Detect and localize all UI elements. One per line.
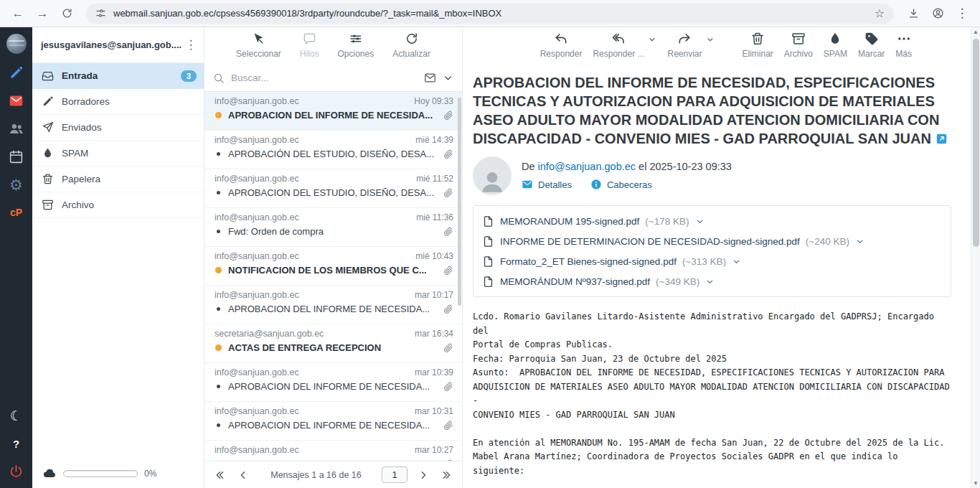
message-subject-row: NOTIFICACION DE LOS MIEMBROS QUE C... — [215, 265, 453, 276]
forward-button[interactable]: Reenviar — [667, 32, 702, 59]
browser-back-button[interactable]: ← — [7, 3, 29, 24]
open-in-new-window-icon[interactable] — [936, 133, 948, 145]
attachment-name-link[interactable]: Formato_2_ET Bienes-signed-signed.pdf — [500, 256, 677, 267]
scroll-up-icon[interactable]: ▲ — [971, 29, 980, 35]
read-status-toggle[interactable] — [215, 112, 222, 118]
attachment-item[interactable]: Formato_2_ET Bienes-signed-signed.pdf (~… — [482, 251, 942, 271]
read-status-toggle[interactable] — [215, 230, 222, 233]
contacts-button[interactable] — [9, 119, 24, 138]
logout-button[interactable] — [9, 462, 24, 481]
read-status-toggle[interactable] — [215, 307, 222, 311]
attachment-menu-chevron-icon[interactable] — [732, 257, 741, 266]
reply-all-button[interactable]: Responder ... — [593, 32, 644, 59]
message-date: mar 10:39 — [415, 367, 453, 377]
message-sender: info@sanjuan.gob.ec — [215, 445, 299, 455]
reply-button[interactable]: Responder — [540, 32, 583, 59]
attachment-name-link[interactable]: MEMORÁNDUM Nº937-signed.pdf — [500, 276, 650, 287]
message-list-item[interactable]: info@sanjuan.gob.ec mar 10:39 APROBACION… — [204, 363, 462, 402]
attachment-menu-chevron-icon[interactable] — [855, 237, 864, 246]
browser-reload-button[interactable] — [56, 3, 77, 24]
delete-button[interactable]: Eliminar — [743, 32, 773, 59]
more-button[interactable]: Más — [895, 32, 912, 59]
folder-spam[interactable]: SPAM — [32, 141, 204, 166]
message-list-item[interactable]: info@sanjuan.gob.ec mié 10:43 NOTIFICACI… — [204, 247, 462, 286]
browser-menu-button[interactable]: ⋮ — [951, 3, 973, 24]
attachment-paperclip-icon — [443, 149, 453, 159]
mail-task-button[interactable] — [9, 91, 24, 110]
reply-all-menu-button[interactable] — [648, 35, 656, 44]
mark-button[interactable]: Marcar — [858, 32, 885, 59]
message-list-item[interactable]: info@sanjuan.gob.ec mié 11:52 APROBACION… — [204, 169, 462, 208]
folder-entrada[interactable]: Entrada 3 — [32, 63, 204, 89]
compose-button[interactable] — [9, 63, 24, 82]
account-menu-button[interactable]: ⋮ — [182, 37, 199, 52]
options-button[interactable]: Opciones — [337, 32, 374, 65]
message-list-item[interactable]: info@sanjuan.gob.ec mié 14:39 APROBACIÓN… — [204, 131, 462, 169]
attachment-name-link[interactable]: MEMORANDUM 195-signed.pdf — [500, 216, 639, 227]
panel-scrollbar[interactable]: ▲ ▼ — [971, 27, 980, 488]
unread-dot-icon — [215, 267, 222, 273]
details-button[interactable]: Detalles — [522, 179, 572, 190]
scroll-down-icon[interactable]: ▼ — [971, 480, 980, 487]
refresh-button[interactable]: Actualizar — [392, 32, 430, 65]
first-page-button[interactable] — [213, 468, 227, 482]
settings-button[interactable]: ⚙ — [9, 175, 23, 194]
message-list-item[interactable]: info@sanjuan.gob.ec mar 10:17 APROBACION… — [204, 286, 462, 324]
attachment-name-link[interactable]: INFORME DE DETERMINACION DE NECESIDAD-si… — [500, 236, 800, 247]
folder-enviados[interactable]: Enviados — [32, 115, 204, 141]
browser-forward-button[interactable]: → — [32, 3, 53, 24]
last-page-button[interactable] — [439, 468, 453, 482]
search-input[interactable] — [231, 72, 418, 83]
threads-label: Hilos — [300, 49, 319, 59]
help-button[interactable]: ? — [13, 434, 19, 453]
page-number-input[interactable] — [382, 466, 407, 483]
address-bar[interactable]: webmail.sanjuan.gob.ec/cpsess4569390018/… — [86, 4, 894, 24]
read-status-toggle[interactable] — [215, 152, 222, 156]
attachment-item[interactable]: INFORME DE DETERMINACION DE NECESIDAD-si… — [482, 231, 942, 251]
panel-scrollbar-thumb[interactable] — [973, 39, 979, 247]
bookmark-star-icon[interactable]: ☆ — [875, 8, 885, 19]
folder-archivo[interactable]: Archivo — [32, 192, 204, 218]
read-status-toggle[interactable] — [215, 423, 222, 427]
headers-button[interactable]: Cabeceras — [590, 179, 652, 190]
site-info-icon[interactable] — [95, 8, 106, 19]
attachment-menu-chevron-icon[interactable] — [705, 277, 715, 286]
unread-dot-icon — [217, 423, 220, 427]
attachment-item[interactable]: MEMORANDUM 195-signed.pdf (~178 KB) — [482, 211, 942, 231]
calendar-button[interactable] — [9, 147, 24, 166]
reply-all-icon — [611, 32, 626, 46]
cpanel-button[interactable]: cP — [10, 203, 22, 222]
profile-button[interactable] — [927, 3, 948, 24]
forward-menu-button[interactable] — [706, 35, 715, 44]
spam-button[interactable]: SPAM — [824, 32, 847, 59]
attachment-menu-chevron-icon[interactable] — [695, 217, 705, 226]
sender-email-link[interactable]: info@sanjuan.gob.ec — [538, 161, 636, 172]
folder-papelera[interactable]: Papelera — [32, 166, 204, 192]
read-status-toggle[interactable] — [215, 267, 222, 273]
threads-button[interactable]: Hilos — [300, 32, 319, 65]
message-list-item[interactable]: info@sanjuan.gob.ec mar 10:31 APROBACION… — [204, 402, 462, 441]
url-text[interactable]: webmail.sanjuan.gob.ec/cpsess4569390018/… — [113, 8, 867, 19]
attachment-item[interactable]: MEMORÁNDUM Nº937-signed.pdf (~349 KB) — [482, 271, 942, 291]
list-scrollbar-thumb[interactable] — [458, 98, 461, 306]
message-list-item[interactable]: info@sanjuan.gob.ec mié 11:36 Fwd: Orden… — [204, 208, 462, 247]
message-list-item[interactable]: info@sanjuan.gob.ec mar 10:27 APROBACION… — [204, 441, 462, 461]
next-page-button[interactable] — [416, 468, 430, 482]
downloads-button[interactable] — [903, 3, 924, 24]
select-button[interactable]: Seleccionar — [236, 32, 281, 65]
folder-borradores[interactable]: Borradores — [32, 89, 204, 115]
search-scope-button[interactable] — [424, 72, 436, 84]
archive-button[interactable]: Archivo — [784, 32, 813, 59]
previous-page-button[interactable] — [236, 468, 250, 482]
details-label: Detalles — [538, 179, 572, 190]
message-list-item[interactable]: secretaria@sanjuan.gob.ec mar 16:34 ACTA… — [204, 324, 462, 363]
read-status-toggle[interactable] — [215, 191, 222, 194]
read-status-toggle[interactable] — [215, 344, 222, 351]
message-sender: info@sanjuan.gob.ec — [215, 212, 299, 222]
info-icon — [590, 179, 602, 190]
message-list-item[interactable]: info@sanjuan.gob.ec Hoy 09:33 APROBACION… — [204, 92, 462, 131]
chevron-down-icon — [648, 35, 656, 44]
search-options-button[interactable] — [443, 72, 453, 83]
dark-mode-button[interactable]: ☾ — [10, 406, 22, 425]
read-status-toggle[interactable] — [215, 385, 222, 388]
